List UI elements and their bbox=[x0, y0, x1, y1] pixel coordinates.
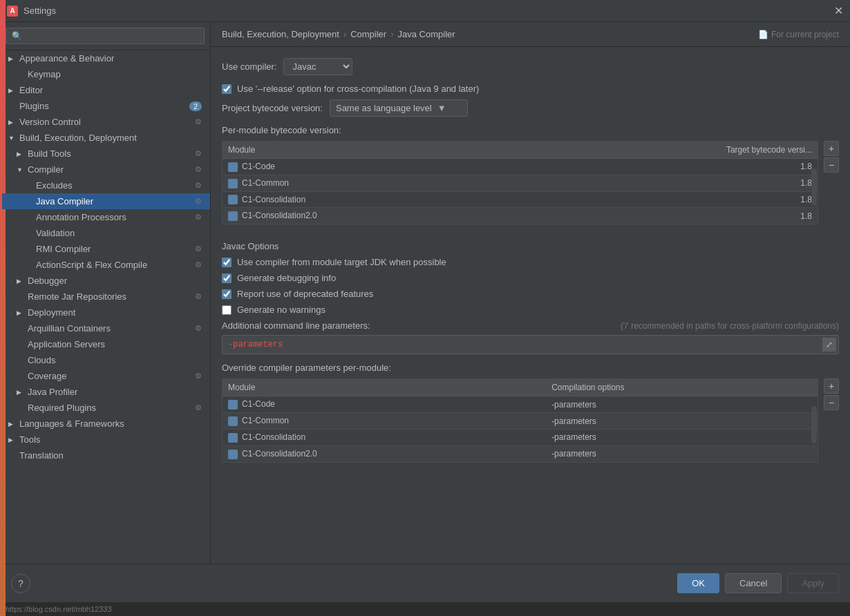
table-row[interactable]: C1-Code -parameters bbox=[223, 396, 818, 413]
sidebar-item-editor[interactable]: ▶Editor bbox=[0, 82, 210, 98]
ok-button[interactable]: OK bbox=[677, 573, 719, 593]
sidebar-label-remote-jar: Remote Jar Repositories bbox=[28, 291, 126, 302]
table-scrollbar[interactable] bbox=[811, 169, 817, 205]
override-module-name-cell: C1-Consolidation bbox=[223, 429, 547, 445]
sidebar-item-app-servers[interactable]: Application Servers bbox=[0, 336, 210, 352]
sidebar-label-annotation-processors: Annotation Processors bbox=[36, 212, 126, 222]
sidebar-label-clouds: Clouds bbox=[28, 355, 55, 365]
javac-option-checkbox[interactable] bbox=[222, 273, 232, 283]
sidebar-item-deployment[interactable]: ▶Deployment bbox=[0, 305, 210, 320]
sidebar-item-translation[interactable]: Translation bbox=[0, 447, 210, 463]
sidebar-item-remote-jar[interactable]: Remote Jar Repositories⚙ bbox=[0, 289, 210, 305]
override-scrollbar[interactable] bbox=[811, 406, 817, 443]
settings-content: Use compiler: Javac Eclipse Ajc Use '--r… bbox=[211, 47, 850, 564]
sidebar-item-plugins[interactable]: Plugins2 bbox=[0, 98, 210, 114]
sidebar-label-java-profiler: Java Profiler bbox=[28, 387, 77, 397]
cmd-params-hint: ('/' recommended in paths for cross-plat… bbox=[621, 321, 839, 331]
sidebar-item-excludes[interactable]: Excludes⚙ bbox=[0, 177, 210, 193]
javac-option-row: Use compiler from module target JDK when… bbox=[222, 257, 839, 267]
arrow-icon-build-tools: ▶ bbox=[17, 151, 25, 157]
table-row[interactable]: C1-Common 1.8 bbox=[223, 175, 818, 191]
remove-module-button[interactable]: − bbox=[824, 157, 839, 173]
javac-option-label: Generate no warnings bbox=[237, 305, 325, 315]
javac-option-checkbox[interactable] bbox=[222, 289, 232, 299]
sidebar-item-coverage[interactable]: Coverage⚙ bbox=[0, 368, 210, 384]
config-icon-annotation-processors: ⚙ bbox=[195, 213, 202, 222]
module-version-cell: 1.8 bbox=[525, 175, 818, 191]
use-compiler-label: Use compiler: bbox=[222, 61, 276, 72]
table-row[interactable]: C1-Code 1.8 bbox=[223, 159, 818, 175]
search-box bbox=[0, 22, 210, 50]
breadcrumb-path: Build, Execution, Deployment › Compiler … bbox=[222, 29, 455, 39]
table-row[interactable]: C1-Common -parameters bbox=[223, 413, 818, 430]
override-module-name-cell: C1-Consolidation2.0 bbox=[223, 445, 547, 462]
dropdown-arrow-icon: ▼ bbox=[437, 103, 446, 113]
config-icon-required-plugins: ⚙ bbox=[195, 403, 202, 412]
add-override-button[interactable]: + bbox=[824, 378, 839, 394]
sidebar-item-keymap[interactable]: Keymap bbox=[0, 66, 210, 82]
main-content: ▶Appearance & BehaviorKeymap▶EditorPlugi… bbox=[0, 22, 850, 564]
file-icon: 📄 bbox=[758, 30, 768, 39]
sidebar-item-languages-frameworks[interactable]: ▶Languages & Frameworks bbox=[0, 416, 210, 432]
sidebar-label-plugins: Plugins bbox=[19, 101, 49, 111]
project-bytecode-row: Project bytecode version: Same as langua… bbox=[222, 99, 839, 117]
table-row[interactable]: C1-Consolidation 1.8 bbox=[223, 191, 818, 208]
use-compiler-row: Use compiler: Javac Eclipse Ajc bbox=[222, 58, 839, 75]
breadcrumb: Build, Execution, Deployment › Compiler … bbox=[211, 22, 850, 47]
release-option-row: Use '--release' option for cross-compila… bbox=[222, 84, 839, 94]
cancel-button[interactable]: Cancel bbox=[725, 573, 782, 593]
arrow-icon-debugger: ▶ bbox=[17, 278, 25, 285]
sidebar-item-arquillian[interactable]: Arquillian Containers⚙ bbox=[0, 320, 210, 336]
cmd-params-input[interactable] bbox=[222, 335, 839, 354]
search-input[interactable] bbox=[6, 28, 205, 44]
sidebar-item-annotation-processors[interactable]: Annotation Processors⚙ bbox=[0, 209, 210, 225]
javac-option-row: Generate debugging info bbox=[222, 273, 839, 283]
app-icon: A bbox=[7, 6, 18, 17]
sidebar-item-java-compiler[interactable]: Java Compiler⚙ bbox=[0, 193, 210, 209]
project-bytecode-select[interactable]: Same as language level ▼ bbox=[330, 99, 468, 117]
sidebar-item-rmi-compiler[interactable]: RMI Compiler⚙ bbox=[0, 241, 210, 257]
close-button[interactable]: ✕ bbox=[834, 6, 843, 17]
sidebar-item-clouds[interactable]: Clouds bbox=[0, 352, 210, 368]
sidebar-item-validation[interactable]: Validation bbox=[0, 225, 210, 241]
cmd-label-row: Additional command line parameters: ('/'… bbox=[222, 320, 839, 331]
sidebar-item-debugger[interactable]: ▶Debugger bbox=[0, 273, 210, 289]
sidebar-label-actionscript-flex: ActionScript & Flex Compile bbox=[36, 260, 147, 270]
project-bytecode-label: Project bytecode version: bbox=[222, 103, 323, 113]
sidebar-item-build-exec-deploy[interactable]: ▼Build, Execution, Deployment bbox=[0, 130, 210, 146]
javac-option-checkbox[interactable] bbox=[222, 258, 232, 267]
table-row[interactable]: C1-Consolidation2.0 -parameters bbox=[223, 445, 818, 462]
add-module-button[interactable]: + bbox=[824, 141, 839, 156]
release-option-checkbox[interactable] bbox=[222, 84, 232, 94]
sidebar-item-actionscript-flex[interactable]: ActionScript & Flex Compile⚙ bbox=[0, 257, 210, 273]
sidebar-item-build-tools[interactable]: ▶Build Tools⚙ bbox=[0, 146, 210, 162]
table-controls: + − bbox=[824, 141, 839, 173]
sidebar-item-required-plugins[interactable]: Required Plugins⚙ bbox=[0, 400, 210, 416]
sidebar-label-build-exec-deploy: Build, Execution, Deployment bbox=[19, 133, 137, 143]
table-row[interactable]: C1-Consolidation2.0 1.8 bbox=[223, 208, 818, 224]
compiler-select[interactable]: Javac Eclipse Ajc bbox=[283, 58, 352, 75]
apply-button[interactable]: Apply bbox=[787, 573, 839, 593]
cmd-expand-button[interactable]: ⤢ bbox=[822, 338, 836, 352]
config-icon-excludes: ⚙ bbox=[195, 181, 202, 190]
javac-option-checkbox[interactable] bbox=[222, 305, 232, 315]
sidebar-item-java-profiler[interactable]: ▶Java Profiler bbox=[0, 384, 210, 400]
sidebar-item-appearance[interactable]: ▶Appearance & Behavior bbox=[0, 50, 210, 66]
for-current-project-label: For current project bbox=[771, 30, 839, 39]
module-table-body: C1-Code 1.8 C1-Common 1.8 C1-Consolidati… bbox=[223, 159, 818, 224]
sidebar-item-version-control[interactable]: ▶Version Control⚙ bbox=[0, 114, 210, 130]
table-row[interactable]: C1-Consolidation -parameters bbox=[223, 429, 818, 445]
javac-options-label: Javac Options bbox=[222, 241, 839, 251]
override-table-container: Module Compilation options C1-Code -para… bbox=[222, 378, 839, 470]
remove-override-button[interactable]: − bbox=[824, 395, 839, 410]
sidebar-item-tools[interactable]: ▶Tools bbox=[0, 432, 210, 447]
sidebar-item-compiler[interactable]: ▼Compiler⚙ bbox=[0, 162, 210, 177]
sidebar-label-app-servers: Application Servers bbox=[28, 339, 105, 349]
arrow-icon-version-control: ▶ bbox=[8, 119, 17, 126]
override-options-cell: -parameters bbox=[546, 445, 818, 462]
sidebar-label-deployment: Deployment bbox=[28, 307, 75, 318]
help-button[interactable]: ? bbox=[11, 574, 30, 593]
sidebar-label-required-plugins: Required Plugins bbox=[28, 403, 96, 413]
override-table-body: C1-Code -parameters C1-Common -parameter… bbox=[223, 396, 818, 462]
badge-plugins: 2 bbox=[189, 102, 202, 111]
